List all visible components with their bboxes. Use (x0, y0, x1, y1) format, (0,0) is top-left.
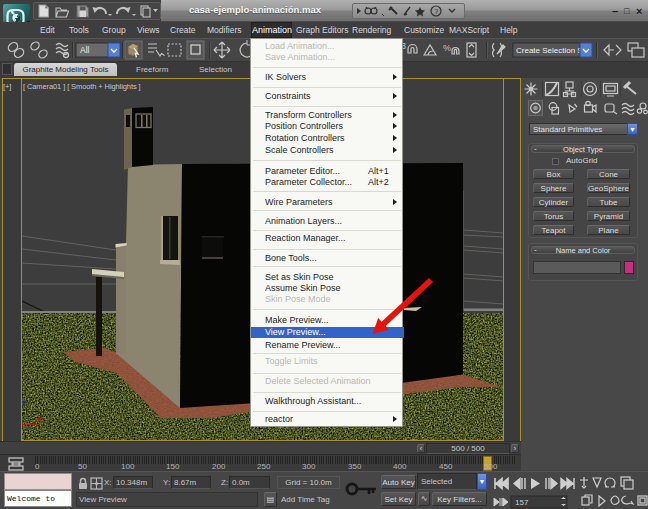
svg-text:Create Selection S: Create Selection S (516, 46, 583, 55)
svg-text:157: 157 (515, 498, 529, 507)
svg-text:%: % (443, 43, 451, 53)
svg-text:?: ? (434, 7, 439, 16)
svg-text:All: All (80, 45, 90, 55)
